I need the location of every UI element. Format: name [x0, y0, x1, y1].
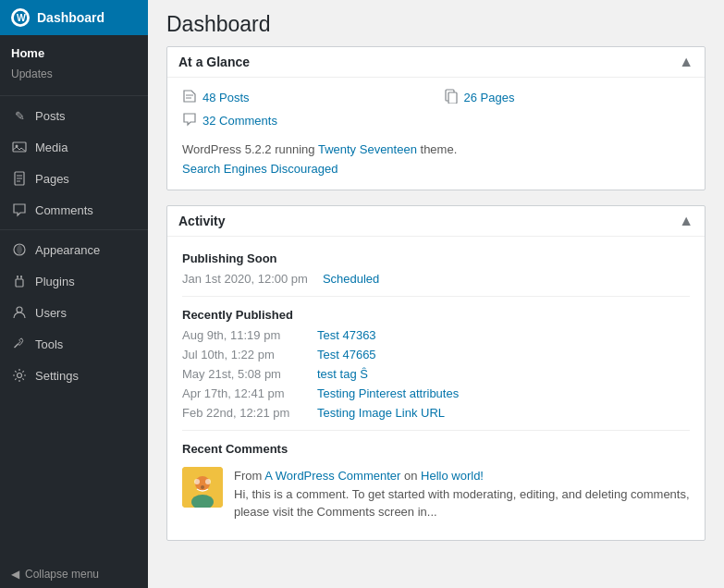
svg-point-26	[201, 485, 204, 489]
users-icon	[11, 304, 28, 321]
sidebar-divider-2	[0, 229, 148, 230]
glance-info-text: WordPress 5.2.2 running Twenty Seventeen…	[182, 141, 690, 179]
sidebar-title: Dashboard	[37, 10, 104, 25]
at-a-glance-toggle[interactable]: ▲	[679, 55, 693, 69]
published-row-0: Aug 9th, 11:19 pm Test 47363	[182, 325, 690, 345]
published-row-2: May 21st, 5:08 pm test tag Ŝ	[182, 364, 690, 384]
published-link-3[interactable]: Testing Pinterest attributes	[317, 386, 459, 400]
published-row-4: Feb 22nd, 12:21 pm Testing Image Link UR…	[182, 403, 690, 423]
svg-rect-20	[448, 92, 457, 104]
pages-stat[interactable]: 26 Pages	[444, 89, 691, 106]
sidebar-label-tools: Tools	[35, 337, 63, 351]
publishing-soon-status[interactable]: Scheduled	[323, 272, 379, 286]
published-link-1[interactable]: Test 47665	[317, 348, 376, 361]
comment-post-link[interactable]: Hello world!	[421, 469, 484, 483]
recent-comments-title: Recent Comments	[182, 438, 690, 456]
sidebar-item-appearance[interactable]: Appearance	[0, 234, 148, 265]
comment-avatar-0	[182, 467, 223, 508]
comment-author-link[interactable]: A WordPress Commenter	[264, 469, 400, 483]
sidebar-label-settings: Settings	[35, 369, 79, 383]
theme-link[interactable]: Twenty Seventeen	[318, 142, 417, 156]
recently-published-title: Recently Published	[182, 304, 690, 322]
svg-point-25	[205, 479, 211, 484]
comments-stat[interactable]: 32 Comments	[182, 112, 429, 129]
settings-icon	[11, 367, 28, 384]
sidebar-label-plugins: Plugins	[35, 275, 75, 288]
sidebar-item-plugins[interactable]: Plugins	[0, 265, 148, 297]
published-date-2: May 21st, 5:08 pm	[182, 367, 302, 381]
comments-stat-icon	[182, 112, 197, 129]
page-title: Dashboard	[148, 0, 724, 46]
svg-point-24	[194, 479, 200, 484]
posts-icon: ✎	[11, 107, 28, 124]
collapse-menu-button[interactable]: ◀ Collapse menu	[0, 560, 148, 588]
sidebar: W Dashboard Home Updates ✎ Posts Media P…	[0, 0, 148, 588]
comment-text-0: From A WordPress Commenter on Hello worl…	[234, 467, 690, 521]
activity-divider-1	[182, 296, 690, 297]
publishing-soon-title: Publishing Soon	[182, 248, 690, 265]
comments-icon	[11, 202, 28, 218]
search-engines-link[interactable]: Search Engines Discouraged	[182, 162, 337, 176]
published-row-1: Jul 10th, 1:22 pm Test 47665	[182, 345, 690, 364]
activity-divider-2	[182, 430, 690, 431]
publishing-soon-row: Jan 1st 2020, 12:00 pm Scheduled	[182, 269, 690, 288]
wp-info-text: WordPress 5.2.2 running	[182, 142, 318, 156]
sidebar-updates-item[interactable]: Updates	[0, 64, 148, 84]
posts-stat-icon	[182, 89, 197, 106]
sidebar-item-settings[interactable]: Settings	[0, 360, 148, 391]
tools-icon	[11, 336, 28, 352]
activity-toggle[interactable]: ▲	[679, 214, 693, 228]
sidebar-label-users: Users	[35, 306, 67, 320]
sidebar-item-tools[interactable]: Tools	[0, 328, 148, 360]
published-date-1: Jul 10th, 1:22 pm	[182, 348, 302, 361]
sidebar-home-item[interactable]: Home	[0, 43, 148, 64]
main-content: Dashboard At a Glance ▲ 48 Posts	[148, 0, 724, 588]
media-icon	[11, 139, 28, 155]
sidebar-item-users[interactable]: Users	[0, 297, 148, 328]
theme-suffix: theme.	[417, 142, 457, 156]
svg-rect-9	[16, 279, 23, 287]
sidebar-item-pages[interactable]: Pages	[0, 163, 148, 194]
appearance-icon	[11, 241, 28, 258]
activity-widget: Activity ▲ Publishing Soon Jan 1st 2020,…	[166, 205, 706, 541]
plugins-icon	[11, 273, 28, 289]
collapse-label: Collapse menu	[25, 568, 99, 581]
activity-body: Publishing Soon Jan 1st 2020, 12:00 pm S…	[167, 237, 705, 540]
comment-body: Hi, this is a comment. To get started wi…	[234, 487, 690, 520]
wordpress-logo-icon: W	[11, 8, 30, 27]
at-a-glance-header: At a Glance ▲	[167, 47, 705, 78]
sidebar-item-comments[interactable]: Comments	[0, 194, 148, 226]
at-a-glance-widget: At a Glance ▲ 48 Posts 26 Page	[166, 46, 706, 191]
svg-point-14	[17, 307, 22, 312]
sidebar-label-media: Media	[35, 141, 67, 154]
sidebar-home-section: Home Updates	[0, 35, 148, 92]
sidebar-divider-1	[0, 95, 148, 96]
at-a-glance-title: At a Glance	[178, 55, 250, 69]
pages-icon	[11, 170, 28, 187]
published-date-4: Feb 22nd, 12:21 pm	[182, 406, 302, 420]
glance-stats-grid: 48 Posts 26 Pages 32 Comments	[182, 89, 690, 129]
svg-text:W: W	[17, 13, 26, 23]
sidebar-item-posts[interactable]: ✎ Posts	[0, 100, 148, 131]
comment-from: From	[234, 469, 264, 483]
sidebar-label-appearance: Appearance	[35, 243, 100, 257]
sidebar-header[interactable]: W Dashboard	[0, 0, 148, 35]
pages-stat-icon	[444, 89, 459, 106]
published-row-3: Apr 17th, 12:41 pm Testing Pinterest att…	[182, 384, 690, 403]
sidebar-label-pages: Pages	[35, 172, 69, 186]
svg-point-16	[18, 374, 22, 378]
activity-title: Activity	[178, 214, 226, 228]
published-link-0[interactable]: Test 47363	[317, 328, 376, 342]
posts-stat[interactable]: 48 Posts	[182, 89, 429, 106]
pages-stat-label: 26 Pages	[464, 91, 515, 104]
sidebar-item-media[interactable]: Media	[0, 131, 148, 163]
published-link-2[interactable]: test tag Ŝ	[317, 367, 368, 381]
svg-line-15	[15, 344, 18, 348]
sidebar-label-comments: Comments	[35, 203, 93, 217]
published-link-4[interactable]: Testing Image Link URL	[317, 406, 445, 420]
posts-stat-label: 48 Posts	[202, 91, 250, 104]
comment-on: on	[400, 469, 421, 483]
at-a-glance-body: 48 Posts 26 Pages 32 Comments	[167, 78, 705, 190]
publishing-soon-date: Jan 1st 2020, 12:00 pm	[182, 272, 308, 286]
sidebar-nav: ✎ Posts Media Pages Comments Ap	[0, 100, 148, 391]
